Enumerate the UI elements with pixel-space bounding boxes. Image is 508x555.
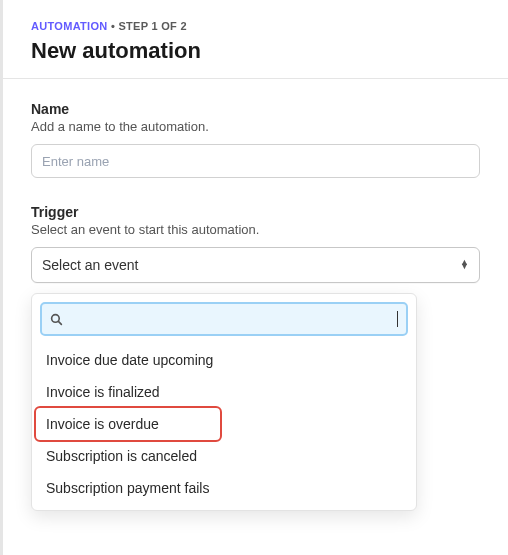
- trigger-dropdown: Invoice due date upcomingInvoice is fina…: [31, 293, 417, 511]
- svg-line-1: [58, 321, 61, 324]
- text-caret: [397, 311, 398, 327]
- breadcrumb-step: STEP 1 OF 2: [118, 20, 187, 32]
- trigger-sublabel: Select an event to start this automation…: [31, 222, 480, 237]
- breadcrumb-separator: •: [108, 20, 119, 32]
- name-input[interactable]: [31, 144, 480, 178]
- trigger-label: Trigger: [31, 204, 480, 220]
- trigger-select-placeholder: Select an event: [42, 257, 139, 273]
- dropdown-option[interactable]: Invoice due date upcoming: [40, 344, 408, 376]
- dropdown-option[interactable]: Invoice is overdue: [40, 408, 408, 440]
- dropdown-option[interactable]: Subscription payment fails: [40, 472, 408, 504]
- dropdown-option[interactable]: Invoice is finalized: [40, 376, 408, 408]
- divider: [3, 78, 508, 79]
- name-section: Name Add a name to the automation.: [31, 101, 480, 178]
- trigger-section: Trigger Select an event to start this au…: [31, 204, 480, 511]
- dropdown-search-input[interactable]: [69, 312, 396, 327]
- dropdown-options: Invoice due date upcomingInvoice is fina…: [40, 344, 408, 504]
- name-sublabel: Add a name to the automation.: [31, 119, 480, 134]
- search-icon: [50, 313, 63, 326]
- dropdown-option[interactable]: Subscription is canceled: [40, 440, 408, 472]
- page-title: New automation: [31, 38, 480, 64]
- chevron-sort-icon: ▲▼: [460, 261, 469, 268]
- trigger-select[interactable]: Select an event ▲▼: [31, 247, 480, 283]
- breadcrumb: AUTOMATION • STEP 1 OF 2: [31, 20, 480, 32]
- breadcrumb-automation: AUTOMATION: [31, 20, 108, 32]
- dropdown-search-wrap[interactable]: [40, 302, 408, 336]
- name-label: Name: [31, 101, 480, 117]
